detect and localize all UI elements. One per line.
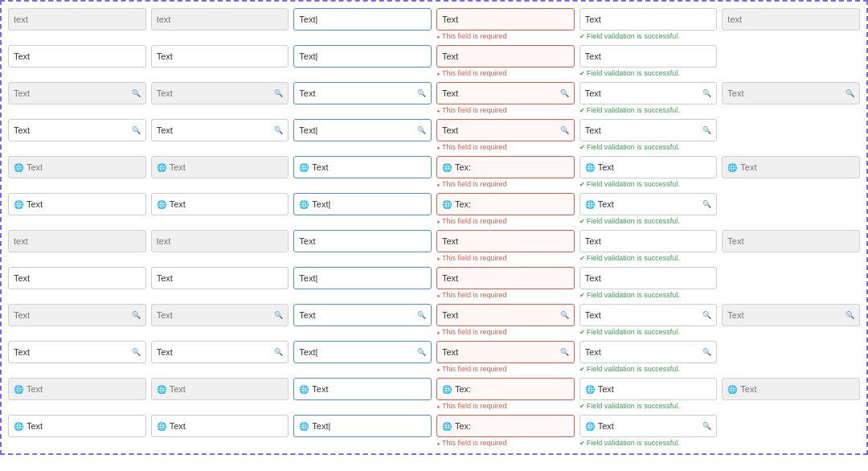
input-wrap-r10-c0[interactable]: 🌐: [8, 378, 146, 400]
input-field-r0-c3[interactable]: [442, 14, 569, 24]
input-field-r7-c4[interactable]: [585, 273, 712, 283]
input-wrap-r2-c0[interactable]: 🔍: [8, 82, 146, 104]
input-field-r9-c2[interactable]: [299, 347, 416, 357]
input-field-r11-c0[interactable]: [27, 421, 141, 431]
input-wrap-r0-c3[interactable]: [436, 8, 575, 31]
input-field-r1-c3[interactable]: [442, 51, 569, 61]
input-wrap-r4-c4[interactable]: 🌐: [579, 156, 718, 178]
input-wrap-r6-c3[interactable]: [436, 230, 575, 252]
input-field-r10-c3[interactable]: [455, 384, 569, 394]
input-wrap-r3-c4[interactable]: 🔍: [579, 119, 718, 141]
input-wrap-r4-c5[interactable]: 🌐: [722, 156, 860, 178]
input-wrap-r2-c2[interactable]: 🔍: [293, 82, 432, 104]
input-wrap-r4-c1[interactable]: 🌐: [151, 156, 289, 178]
input-field-r5-c1[interactable]: [170, 199, 284, 209]
input-field-r7-c2[interactable]: [299, 273, 426, 283]
input-field-r7-c3[interactable]: [442, 273, 569, 283]
input-wrap-r1-c0[interactable]: [8, 45, 146, 68]
input-field-r2-c3[interactable]: [442, 88, 559, 98]
input-wrap-r3-c1[interactable]: 🔍: [151, 119, 289, 141]
input-field-r8-c3[interactable]: [442, 310, 559, 320]
input-field-r9-c0[interactable]: [14, 347, 130, 357]
input-field-r6-c3[interactable]: [442, 236, 569, 246]
input-wrap-r9-c2[interactable]: 🔍: [293, 341, 432, 363]
input-wrap-r10-c1[interactable]: 🌐: [151, 378, 289, 400]
input-wrap-r10-c5[interactable]: 🌐: [722, 378, 860, 400]
input-wrap-r7-c0[interactable]: [8, 267, 146, 289]
input-wrap-r7-c2[interactable]: [293, 267, 432, 289]
input-field-r11-c4[interactable]: [598, 421, 702, 431]
input-wrap-r2-c4[interactable]: 🔍: [579, 82, 718, 104]
input-field-r4-c2[interactable]: [312, 162, 426, 172]
input-wrap-r0-c4[interactable]: [579, 8, 718, 31]
input-wrap-r10-c4[interactable]: 🌐: [579, 378, 718, 400]
input-field-r1-c0[interactable]: [14, 51, 141, 61]
input-wrap-r7-c4[interactable]: [579, 267, 718, 289]
input-wrap-r3-c2[interactable]: 🔍: [293, 119, 432, 141]
input-field-r9-c3[interactable]: [442, 347, 559, 357]
input-wrap-r6-c4[interactable]: [579, 230, 718, 252]
input-wrap-r6-c1[interactable]: [151, 230, 289, 252]
input-wrap-r8-c1[interactable]: 🔍: [151, 304, 289, 326]
input-wrap-r5-c3[interactable]: 🌐: [436, 193, 575, 215]
input-field-r9-c1[interactable]: [157, 347, 273, 357]
input-field-r10-c4[interactable]: [598, 384, 712, 394]
input-wrap-r7-c1[interactable]: [151, 267, 289, 289]
input-wrap-r2-c5[interactable]: 🔍: [722, 82, 860, 104]
input-field-r6-c4[interactable]: [585, 236, 712, 246]
input-wrap-r2-c1[interactable]: 🔍: [151, 82, 289, 104]
input-field-r1-c1[interactable]: [157, 51, 284, 61]
input-field-r1-c2[interactable]: [299, 51, 426, 61]
input-field-r10-c2[interactable]: [312, 384, 426, 394]
input-field-r7-c0[interactable]: [14, 273, 141, 283]
input-field-r5-c0[interactable]: [27, 199, 141, 209]
input-field-r3-c1[interactable]: [157, 125, 273, 135]
input-wrap-r10-c2[interactable]: 🌐: [293, 378, 432, 400]
input-wrap-r0-c0[interactable]: [8, 8, 146, 31]
input-field-r11-c2[interactable]: [312, 421, 426, 431]
input-field-r5-c3[interactable]: [455, 199, 569, 209]
input-wrap-r5-c2[interactable]: 🌐: [293, 193, 432, 215]
input-field-r3-c2[interactable]: [299, 125, 416, 135]
input-wrap-r10-c3[interactable]: 🌐: [436, 378, 575, 400]
input-field-r5-c2[interactable]: [312, 199, 426, 209]
input-wrap-r1-c3[interactable]: [436, 45, 575, 68]
input-field-r0-c4[interactable]: [585, 14, 712, 24]
input-wrap-r8-c3[interactable]: 🔍: [436, 304, 575, 326]
input-field-r2-c4[interactable]: [585, 88, 702, 98]
input-wrap-r6-c2[interactable]: [293, 230, 432, 252]
input-wrap-r9-c1[interactable]: 🔍: [151, 341, 289, 363]
input-wrap-r8-c0[interactable]: 🔍: [8, 304, 146, 326]
input-wrap-r1-c2[interactable]: [293, 45, 432, 68]
input-wrap-r5-c4[interactable]: 🌐🔍: [579, 193, 718, 215]
input-wrap-r4-c2[interactable]: 🌐: [293, 156, 432, 178]
input-wrap-r6-c5[interactable]: [722, 230, 860, 252]
input-field-r3-c4[interactable]: [585, 125, 702, 135]
input-field-r8-c2[interactable]: [299, 310, 416, 320]
input-field-r1-c4[interactable]: [585, 51, 712, 61]
input-wrap-r0-c1[interactable]: [151, 8, 289, 31]
input-wrap-r3-c3[interactable]: 🔍: [436, 119, 575, 141]
input-wrap-r7-c3[interactable]: [436, 267, 575, 289]
input-field-r4-c4[interactable]: [598, 162, 712, 172]
input-wrap-r8-c5[interactable]: 🔍: [722, 304, 860, 326]
input-field-r3-c0[interactable]: [14, 125, 130, 135]
input-wrap-r11-c0[interactable]: 🌐: [8, 415, 146, 437]
input-wrap-r9-c4[interactable]: 🔍: [579, 341, 718, 363]
input-field-r5-c4[interactable]: [598, 199, 702, 209]
input-wrap-r5-c0[interactable]: 🌐: [8, 193, 146, 215]
input-field-r11-c3[interactable]: [455, 421, 569, 431]
input-wrap-r11-c2[interactable]: 🌐: [293, 415, 432, 437]
input-wrap-r1-c4[interactable]: [579, 45, 718, 68]
input-wrap-r9-c3[interactable]: 🔍: [436, 341, 575, 363]
input-wrap-r11-c4[interactable]: 🌐🔍: [579, 415, 718, 437]
input-field-r11-c1[interactable]: [170, 421, 284, 431]
input-field-r2-c2[interactable]: [299, 88, 416, 98]
input-field-r8-c4[interactable]: [585, 310, 702, 320]
input-wrap-r5-c1[interactable]: 🌐: [151, 193, 289, 215]
input-field-r3-c3[interactable]: [442, 125, 559, 135]
input-field-r0-c2[interactable]: [299, 14, 426, 24]
input-wrap-r8-c4[interactable]: 🔍: [579, 304, 718, 326]
input-field-r7-c1[interactable]: [157, 273, 284, 283]
input-wrap-r0-c2[interactable]: [293, 8, 432, 31]
